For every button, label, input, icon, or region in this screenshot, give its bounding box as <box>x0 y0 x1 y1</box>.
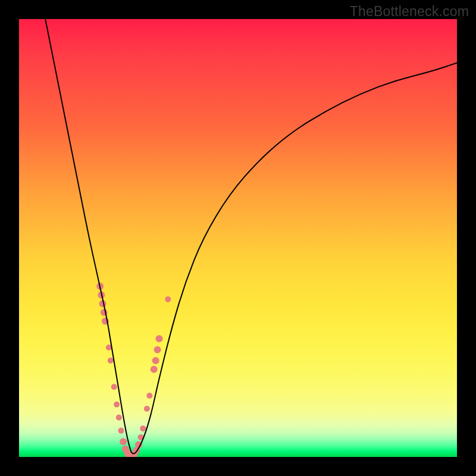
marker-dot <box>146 393 152 399</box>
marker-dot <box>152 357 159 364</box>
marker-dot <box>156 335 163 342</box>
chart-plot-area <box>19 19 457 457</box>
chart-svg <box>19 19 457 457</box>
watermark-text: TheBottleneck.com <box>350 4 469 20</box>
marker-dot <box>151 366 158 373</box>
marker-dots-group <box>96 283 171 457</box>
marker-dot <box>108 358 114 364</box>
marker-dot <box>120 438 127 445</box>
marker-dot <box>118 428 124 434</box>
marker-dot <box>140 425 146 431</box>
marker-dot <box>144 406 150 412</box>
marker-dot <box>116 415 122 421</box>
chart-frame: TheBottleneck.com <box>0 0 476 476</box>
marker-dot <box>154 346 161 353</box>
marker-dot <box>111 384 117 390</box>
marker-dot <box>114 402 120 408</box>
marker-dot <box>165 296 171 302</box>
bottleneck-curve-path <box>45 19 457 453</box>
